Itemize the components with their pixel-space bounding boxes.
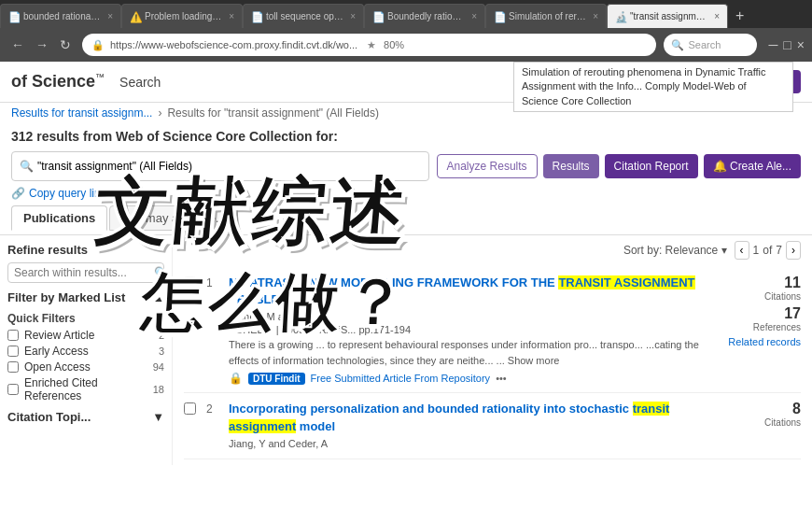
sort-bar: Sort by: Relevance ▾ ‹ 1 of 7 › xyxy=(184,241,801,260)
tab-2[interactable]: ⚠️ Problem loading page × xyxy=(121,4,243,28)
filter-marked-list-chevron: ▲ xyxy=(152,290,164,304)
result-1-meta: SCHED... | 2009 | TRANS... pp.171-194 xyxy=(229,324,709,335)
tab-6-close[interactable]: × xyxy=(714,11,720,21)
copy-query-label: Copy query link xyxy=(29,187,106,200)
result-1-lock-icon: 🔒 xyxy=(229,372,243,385)
filter-review-article: Review Article 2 xyxy=(7,329,164,342)
citation-topics-toggle[interactable]: Citation Topi... ▼ xyxy=(7,410,164,424)
new-tab-button[interactable]: + xyxy=(728,4,751,28)
filter-review-article-label: Review Article xyxy=(24,329,94,342)
result-2-title[interactable]: Incorporating personalization and bounde… xyxy=(229,401,709,434)
sidebar-search[interactable]: 🔍 xyxy=(7,262,164,283)
breadcrumb-link-1[interactable]: Results for transit assignm... xyxy=(11,106,152,120)
pagination-prev[interactable]: ‹ xyxy=(735,241,749,260)
filter-early-access-count: 3 xyxy=(159,346,164,357)
tab-1-close[interactable]: × xyxy=(107,11,113,21)
result-1-stats: 11 Citations 17 References Related recor… xyxy=(717,275,801,385)
result-1-related-link[interactable]: Related records xyxy=(717,336,801,347)
filter-marked-list-label: Filter by Marked List xyxy=(7,290,125,304)
maximize-button[interactable]: □ xyxy=(783,37,791,52)
filter-review-article-checkbox[interactable] xyxy=(7,330,19,341)
filter-enriched-cited-label: Enriched Cited References xyxy=(24,376,147,402)
window-controls: ─ □ × xyxy=(768,37,805,52)
analyze-results-button[interactable]: Analyze Results xyxy=(437,154,538,178)
browser-chrome: 📄 bounded rationality traff... × ⚠️ Prob… xyxy=(0,0,812,62)
browser-search-placeholder: Search xyxy=(688,39,721,50)
tab-you-may-also-like[interactable]: You may also like... xyxy=(109,205,238,231)
pagination-next[interactable]: › xyxy=(786,241,801,260)
close-window-button[interactable]: × xyxy=(797,37,805,52)
result-2-checkbox-area xyxy=(184,401,199,450)
tab-4-close[interactable]: × xyxy=(471,11,477,21)
result-1-free-link[interactable]: Free Submitted Article From Repository xyxy=(311,373,491,384)
tab-4-label: Boundedly rational rout... xyxy=(387,11,466,21)
filter-open-access-count: 94 xyxy=(153,361,164,373)
result-item-2: 2 Incorporating personalization and boun… xyxy=(184,393,801,459)
tab-3[interactable]: 📄 toll sequence operation... × xyxy=(243,4,364,28)
tab-1[interactable]: 📄 bounded rationality traff... × xyxy=(0,4,121,28)
result-1-pages: TRANS... pp.171-194 xyxy=(313,324,411,335)
result-1-citations-value: 11 xyxy=(717,275,801,291)
minimize-button[interactable]: ─ xyxy=(768,37,777,52)
result-1-checkbox[interactable] xyxy=(184,276,196,289)
wos-search-label: Search xyxy=(119,75,161,90)
tab-3-favicon: 📄 xyxy=(251,11,262,22)
tab-5-close[interactable]: × xyxy=(593,11,598,21)
result-2-checkbox[interactable] xyxy=(184,402,196,415)
result-1-journal: SCHED... xyxy=(229,324,273,335)
result-2-stats: 8 Citations xyxy=(717,401,801,450)
result-1-extra-link[interactable]: ••• xyxy=(496,373,507,384)
result-1-abstract: There is a growing ... to represent beha… xyxy=(229,337,709,368)
results-button[interactable]: Results xyxy=(543,154,599,178)
result-2-authors: Jiang, Y and Ceder, A xyxy=(229,438,709,449)
tab-2-close[interactable]: × xyxy=(229,11,234,21)
tab-bar: 📄 bounded rationality traff... × ⚠️ Prob… xyxy=(0,0,812,28)
filter-review-article-count: 2 xyxy=(159,330,164,341)
search-query-input[interactable] xyxy=(37,160,421,173)
address-bar: ← → ↻ 🔒 https://www-webofscience-com.pro… xyxy=(0,28,812,62)
citation-topics-label: Citation Topi... xyxy=(7,410,91,424)
tab-2-label: Problem loading page xyxy=(145,11,223,21)
zoom-level: 80% xyxy=(384,39,404,50)
action-buttons: Analyze Results Results Citation Report … xyxy=(437,154,801,178)
filter-open-access-label: Open Access xyxy=(24,360,91,374)
filter-enriched-cited-checkbox[interactable] xyxy=(7,384,19,395)
tab-1-favicon: 📄 xyxy=(8,11,20,22)
copy-query-link[interactable]: 🔗 Copy query link xyxy=(0,185,812,202)
tab-5[interactable]: 📄 Simulation of rerouting... × xyxy=(485,4,607,28)
result-1-references-value: 17 xyxy=(717,305,801,322)
search-input-box[interactable]: 🔍 xyxy=(11,151,429,181)
tab-3-close[interactable]: × xyxy=(350,11,356,21)
back-button[interactable]: ← xyxy=(7,35,28,54)
result-1-body: MILATRAS: A NEW MODELLING FRAMEWORK FOR … xyxy=(229,275,709,385)
result-1-title[interactable]: MILATRAS: A NEW MODELLING FRAMEWORK FOR … xyxy=(229,275,709,308)
result-1-citations-label: Citations xyxy=(717,291,801,302)
link-icon: 🔗 xyxy=(11,187,25,200)
filter-by-marked-list-toggle[interactable]: Filter by Marked List ▲ xyxy=(7,290,164,304)
filter-early-access-checkbox[interactable] xyxy=(7,346,19,357)
bookmark-icon: ★ xyxy=(367,39,376,51)
sidebar-search-icon: 🔍 xyxy=(154,266,168,279)
citation-topics-section: Citation Topi... ▼ xyxy=(7,410,164,424)
sidebar-search-input[interactable] xyxy=(14,266,154,279)
reload-button[interactable]: ↻ xyxy=(56,35,75,54)
create-alert-button[interactable]: 🔔 Create Ale... xyxy=(704,154,801,178)
search-query-icon: 🔍 xyxy=(20,160,34,173)
forward-button[interactable]: → xyxy=(32,35,52,54)
filter-open-access-checkbox[interactable] xyxy=(7,361,19,373)
tab-4[interactable]: 📄 Boundedly rational rout... × xyxy=(364,4,485,28)
browser-search-box[interactable]: 🔍 Search xyxy=(664,34,757,56)
tab-6-label: "transit assignment" (All... xyxy=(630,11,708,21)
sidebar: Refine results 🔍 Filter by Marked List ▲… xyxy=(0,235,173,465)
result-1-links: 🔒 DTU Findit Free Submitted Article From… xyxy=(229,372,709,385)
tab-publications[interactable]: Publications xyxy=(11,205,107,231)
quick-filters-section: Quick Filters Review Article 2 Early Acc… xyxy=(7,312,164,402)
pagination-current: 1 xyxy=(753,244,760,257)
tab-6[interactable]: 🔬 "transit assignment" (All... × xyxy=(607,4,728,28)
url-box[interactable]: 🔒 https://www-webofscience-com.proxy.fin… xyxy=(82,34,656,56)
citation-report-button[interactable]: Citation Report xyxy=(605,154,698,178)
wos-logo: of Science™ xyxy=(11,72,105,92)
browser-search-icon: 🔍 xyxy=(671,39,684,51)
tab-2-favicon: ⚠️ xyxy=(130,11,141,22)
sidebar-refine-title: Refine results xyxy=(7,243,164,257)
